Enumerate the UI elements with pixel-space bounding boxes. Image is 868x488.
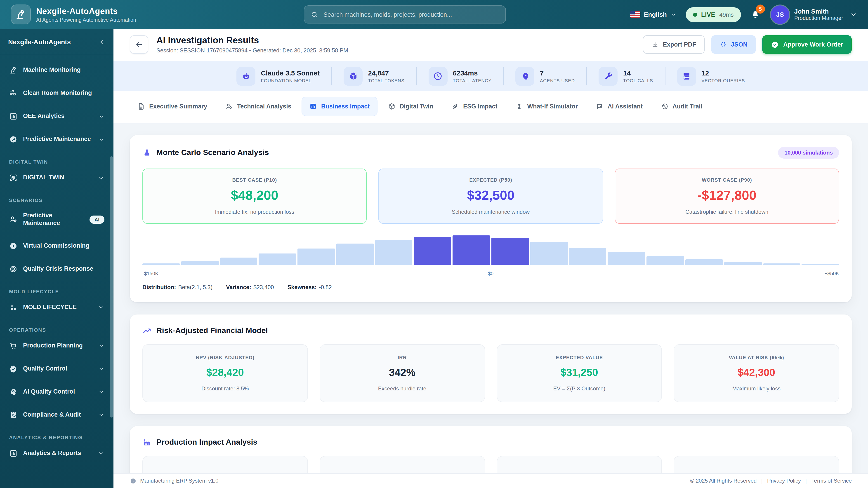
wrench-icon: [603, 71, 613, 81]
cart-icon: [9, 341, 18, 350]
financial-desc: EV = Σ(P × Outcome): [503, 385, 655, 392]
sidebar-item-label: MOLD LIFECYCLE: [23, 304, 93, 311]
badge-check-icon: [9, 365, 18, 373]
sidebar-item-label: DIGITAL TWIN: [23, 174, 93, 182]
sidebar-collapse-button[interactable]: [98, 38, 105, 45]
sidebar-item-virtual-commissioning[interactable]: Virtual Commissioning: [4, 236, 109, 256]
tab-digital-twin[interactable]: Digital Twin: [380, 97, 441, 116]
tab-esg-impact[interactable]: ESG Impact: [444, 97, 505, 116]
play-circle-icon: [9, 242, 18, 250]
financial-card-npv-risk-adjusted-: NPV (RISK-ADJUSTED)$28,420Discount rate:…: [143, 344, 308, 402]
footer-link-privacy-policy[interactable]: Privacy Policy: [767, 478, 801, 484]
export-pdf-button[interactable]: Export PDF: [643, 35, 705, 54]
tab-label: Business Impact: [321, 103, 370, 110]
scenario-desc: Catastrophic failure, line shutdown: [621, 209, 832, 215]
footer-link-terms-of-service[interactable]: Terms of Service: [811, 478, 852, 484]
sidebar-item-label: Quality Control: [23, 365, 93, 373]
live-dot-icon: [693, 12, 697, 17]
financial-label: NPV (RISK-ADJUSTED): [149, 355, 301, 360]
sidebar-item-mold-lifecycle[interactable]: MOLD LIFECYCLE: [4, 298, 109, 317]
top-header: Nexgile-AutoAgents AI Agents Powering Au…: [0, 0, 868, 29]
financial-label: EXPECTED VALUE: [503, 355, 655, 360]
production-card: 2,175: [143, 456, 308, 473]
tab-executive-summary[interactable]: Executive Summary: [130, 97, 215, 116]
search-icon: [310, 11, 318, 18]
brand: Nexgile-AutoAgents AI Agents Powering Au…: [11, 4, 205, 24]
chevron-down-icon: [98, 389, 104, 395]
chevron-down-icon: [98, 136, 104, 142]
ai-badge: AI: [90, 216, 104, 224]
robot-arm-icon: [15, 8, 27, 20]
sidebar-item-digital-twin[interactable]: DIGITAL TWIN: [4, 168, 109, 188]
sidebar-item-label: Compliance & Audit: [23, 411, 93, 419]
sidebar-item-label: Analytics & Reports: [23, 450, 93, 457]
sidebar-scrollbar[interactable]: [110, 156, 113, 418]
sidebar-item-compliance-audit[interactable]: Compliance & Audit: [4, 405, 109, 425]
sidebar-item-clean-room-monitoring[interactable]: Clean Room Monitoring: [4, 84, 109, 103]
stat-agents-used: 7AGENTS USED: [515, 67, 575, 86]
production-card: Assembly Line 3: [674, 456, 839, 473]
histogram-bar: [453, 235, 490, 265]
sidebar-section-label: SCENARIOS: [9, 197, 104, 204]
sidebar-item-quality-control[interactable]: Quality Control: [4, 359, 109, 379]
brain-gear-icon: [9, 388, 18, 396]
chevron-down-icon: [850, 11, 857, 18]
sidebar-item-label: Production Planning: [23, 342, 93, 350]
histogram-bar: [763, 263, 800, 265]
tabs: Executive SummaryTechnical AnalysisBusin…: [114, 91, 868, 123]
tab-business-impact[interactable]: Business Impact: [302, 97, 377, 116]
tab-audit-trail[interactable]: Audit Trail: [653, 97, 710, 116]
scenario-card-red: WORST CASE (P90)-$127,800Catastrophic fa…: [615, 168, 839, 224]
chevron-down-icon: [98, 113, 104, 120]
sidebar-item-predictive-maintenance[interactable]: Predictive MaintenanceAI: [4, 206, 109, 233]
sidebar-section-label: ANALYTICS & REPORTING: [9, 435, 104, 441]
clipboard-check-icon: [9, 411, 18, 419]
chevron-down-icon: [98, 304, 104, 311]
simulations-badge: 10,000 simulations: [778, 147, 839, 159]
shapes-icon: [9, 303, 18, 312]
tab-ai-assistant[interactable]: AI Assistant: [588, 97, 650, 116]
histogram-bar: [685, 259, 723, 265]
tab-technical-analysis[interactable]: Technical Analysis: [218, 97, 299, 116]
sidebar-item-production-planning[interactable]: Production Planning: [4, 336, 109, 356]
tab-what-if-simulator[interactable]: What-If Simulator: [508, 97, 585, 116]
stat-divider: [503, 67, 504, 85]
distribution-stat: Skewness:-0.82: [287, 284, 332, 291]
financial-label: IRR: [327, 355, 478, 360]
histogram-bar: [220, 258, 257, 265]
tab-label: What-If Simulator: [527, 103, 578, 110]
sidebar-item-label: Virtual Commissioning: [23, 242, 104, 250]
financial-value: $42,300: [681, 366, 833, 379]
user-menu[interactable]: JS John Smith Production Manager: [771, 5, 857, 24]
json-button[interactable]: JSON: [711, 35, 756, 54]
notifications-button[interactable]: 5: [750, 8, 762, 20]
sidebar-item-label: Predictive Maintenance: [23, 212, 84, 227]
stat-label: AGENTS USED: [540, 78, 575, 83]
sidebar-item-oee-analytics[interactable]: OEE Analytics: [4, 107, 109, 126]
axis-label-max: +$50K: [825, 271, 839, 276]
sidebar-item-analytics-reports[interactable]: Analytics & Reports: [4, 444, 109, 463]
language-selector[interactable]: English: [630, 11, 677, 18]
sidebar-item-machine-monitoring[interactable]: Machine Monitoring: [4, 61, 109, 80]
app-title: Nexgile-AutoAgents: [36, 6, 136, 16]
financial-desc: Discount rate: 8.5%: [149, 385, 301, 392]
stat-label: VECTOR QUERIES: [702, 78, 745, 83]
stat-value: 24,847: [368, 69, 404, 77]
sidebar-item-quality-crisis-response[interactable]: Quality Crisis Response: [4, 259, 109, 279]
bot-icon: [241, 71, 251, 81]
global-search[interactable]: [304, 5, 506, 24]
sidebar-item-predictive-maintenance[interactable]: Predictive Maintenance: [4, 130, 109, 149]
sidebar-item-label: Predictive Maintenance: [23, 135, 93, 143]
approve-work-order-button[interactable]: Approve Work Order: [763, 35, 852, 54]
footer-separator: |: [761, 478, 763, 484]
search-input[interactable]: [322, 11, 499, 18]
back-button[interactable]: [130, 35, 148, 54]
analytics-icon: [9, 449, 18, 458]
us-flag-icon: [630, 11, 640, 18]
sidebar-item-ai-quality-control[interactable]: AI Quality Control: [4, 382, 109, 402]
notification-count-badge: 5: [756, 4, 765, 13]
cube-scan-icon: [9, 173, 18, 182]
chevron-down-icon: [98, 343, 104, 349]
clock-icon: [433, 71, 442, 81]
language-label: English: [644, 11, 667, 18]
